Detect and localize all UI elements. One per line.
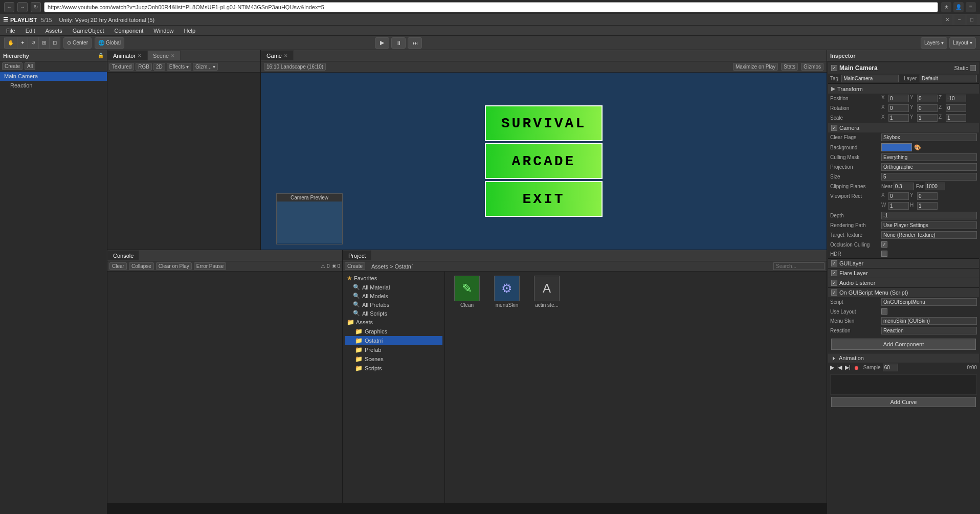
object-enabled-checkbox[interactable] [831, 65, 837, 71]
all-models-item[interactable]: 🔍 All Models [345, 292, 442, 300]
assets-folder[interactable]: 📁 Assets [345, 318, 442, 327]
favorites-folder[interactable]: ★ Favorites [345, 274, 442, 283]
play-button[interactable]: ▶ [375, 37, 389, 49]
background-color[interactable] [881, 143, 912, 151]
depth-input[interactable] [881, 212, 977, 219]
viewport-y[interactable] [917, 192, 938, 200]
sample-input[interactable] [883, 364, 898, 371]
center-toggle[interactable]: ⊙ Center [63, 37, 92, 49]
create-btn[interactable]: Create [2, 62, 23, 70]
menuskin-file[interactable]: ⚙ menuSkin [489, 276, 525, 308]
collapse-btn[interactable]: Collapse [129, 262, 154, 270]
animation-section-header[interactable]: ⏵ Animation [828, 353, 979, 363]
anim-prev-btn[interactable]: |◀ [836, 364, 842, 371]
menu-help[interactable]: Help [182, 28, 197, 34]
camera-component-header[interactable]: Camera [828, 123, 979, 132]
all-material-item[interactable]: 🔍 All Material [345, 283, 442, 292]
rotation-z[interactable] [946, 104, 966, 112]
scale-z[interactable] [946, 114, 966, 122]
occlusion-culling-checkbox[interactable] [881, 241, 887, 248]
add-component-button[interactable]: Add Component [831, 339, 976, 350]
layer-dropdown[interactable]: Default [920, 75, 977, 82]
rendering-path-dropdown[interactable]: Use Player Settings [881, 221, 977, 229]
refresh-btn[interactable]: ↻ [31, 2, 41, 12]
clear-on-play-btn[interactable]: Clear on Play [156, 262, 192, 270]
layers-dropdown[interactable]: Layers ▾ [921, 37, 947, 49]
menu-component[interactable]: Component [112, 28, 145, 34]
graphics-folder[interactable]: 📁 Graphics [345, 327, 442, 336]
clean-file[interactable]: ✎ Clean [449, 276, 485, 308]
gizmos-game-btn[interactable]: Gizmos [801, 63, 823, 71]
all-btn[interactable]: All [25, 62, 35, 70]
unity-min-icon[interactable]: − [954, 15, 965, 25]
tag-dropdown[interactable]: MainCamera [841, 75, 899, 82]
near-clip-input[interactable] [894, 183, 914, 190]
rotate-tool[interactable]: ↺ [28, 37, 39, 49]
game-tab-close[interactable]: ✕ [284, 53, 288, 58]
survival-btn[interactable]: SURVIVAL [485, 105, 603, 141]
exit-btn[interactable]: EXIT [485, 181, 603, 217]
clear-flags-dropdown[interactable]: Skybox [881, 133, 977, 141]
project-tab[interactable]: Project [343, 250, 371, 260]
script-enabled[interactable] [831, 289, 837, 296]
url-bar[interactable]: https://www.youtube.com/watch?v=JuqzOnh0… [44, 2, 938, 12]
step-button[interactable]: ⏭ [408, 37, 422, 49]
scene-tab[interactable]: Scene ✕ [147, 50, 181, 60]
menu-skin-dropdown[interactable]: menuSkin (GUISkin) [881, 317, 977, 325]
anim-play-btn[interactable]: ▶ [830, 364, 834, 371]
2d-btn[interactable]: 2D [153, 63, 165, 71]
game-tab[interactable]: Game ✕ [261, 50, 294, 60]
menu-gameobject[interactable]: GameObject [71, 28, 106, 34]
arcade-btn[interactable]: ARCADE [485, 143, 603, 179]
prefab-folder[interactable]: 📁 Prefab [345, 345, 442, 354]
unity-max-icon[interactable]: □ [967, 15, 977, 25]
all-scripts-item[interactable]: 🔍 All Scripts [345, 309, 442, 318]
add-curve-button[interactable]: Add Curve [831, 397, 976, 407]
user-icon[interactable]: 👤 [953, 2, 964, 12]
rotation-y[interactable] [917, 104, 938, 112]
anim-next-btn[interactable]: ▶| [845, 364, 851, 371]
console-tab[interactable]: Console [107, 250, 139, 260]
error-pause-btn[interactable]: Error Pause [194, 262, 226, 270]
script-dropdown[interactable]: OnGUIScriptMenu [881, 298, 977, 306]
camera-enabled-checkbox[interactable] [831, 125, 837, 131]
font-file[interactable]: A actin ste... [529, 276, 565, 308]
hand-tool[interactable]: ✋ [5, 37, 17, 49]
menu-icon[interactable]: ≡ [966, 2, 976, 12]
audiolistener-header[interactable]: Audio Listener [828, 278, 979, 287]
position-z[interactable] [946, 95, 966, 102]
hierarchy-item-main-camera[interactable]: Main Camera [0, 72, 107, 81]
project-create-btn[interactable]: Create [345, 262, 365, 270]
scripts-folder[interactable]: 📁 Scripts [345, 364, 442, 373]
hdr-checkbox[interactable] [881, 251, 887, 257]
ostatni-folder[interactable]: 📁 Ostatní [345, 336, 442, 345]
anim-record-btn[interactable]: ⏺ [854, 365, 859, 371]
guilayer-enabled[interactable] [831, 260, 837, 266]
scale-x[interactable] [888, 114, 909, 122]
animator-tab-close[interactable]: ✕ [138, 53, 142, 58]
size-input[interactable] [881, 173, 977, 181]
menu-edit[interactable]: Edit [24, 28, 37, 34]
maximize-btn[interactable]: Maximize on Play [733, 63, 778, 71]
flarelayer-enabled[interactable] [831, 270, 837, 276]
scene-tab-close[interactable]: ✕ [171, 53, 175, 58]
stats-btn[interactable]: Stats [781, 63, 798, 71]
reaction-dropdown[interactable]: Reaction [881, 327, 977, 334]
position-y[interactable] [917, 95, 938, 102]
gizmos-btn[interactable]: Gizm... ▾ [193, 63, 218, 71]
script-component-header[interactable]: On GUIScript Menu (Script) [828, 287, 979, 297]
flarelayer-header[interactable]: Flare Layer [828, 268, 979, 278]
viewport-x[interactable] [888, 192, 909, 200]
textured-btn[interactable]: Textured [109, 63, 134, 71]
scale-tool[interactable]: ⊞ [39, 37, 50, 49]
rect-tool[interactable]: ⊡ [50, 37, 60, 49]
forward-btn[interactable]: → [17, 2, 28, 12]
color-picker-icon[interactable]: 🎨 [914, 144, 921, 151]
position-x[interactable] [888, 95, 909, 102]
unity-close-icon[interactable]: ✕ [942, 15, 952, 25]
rotation-x[interactable] [888, 104, 909, 112]
layout-dropdown[interactable]: Layout ▾ [949, 37, 976, 49]
culling-mask-dropdown[interactable]: Everything [881, 153, 977, 161]
target-texture-dropdown[interactable]: None (Render Texture) [881, 231, 977, 239]
back-btn[interactable]: ← [4, 2, 14, 12]
